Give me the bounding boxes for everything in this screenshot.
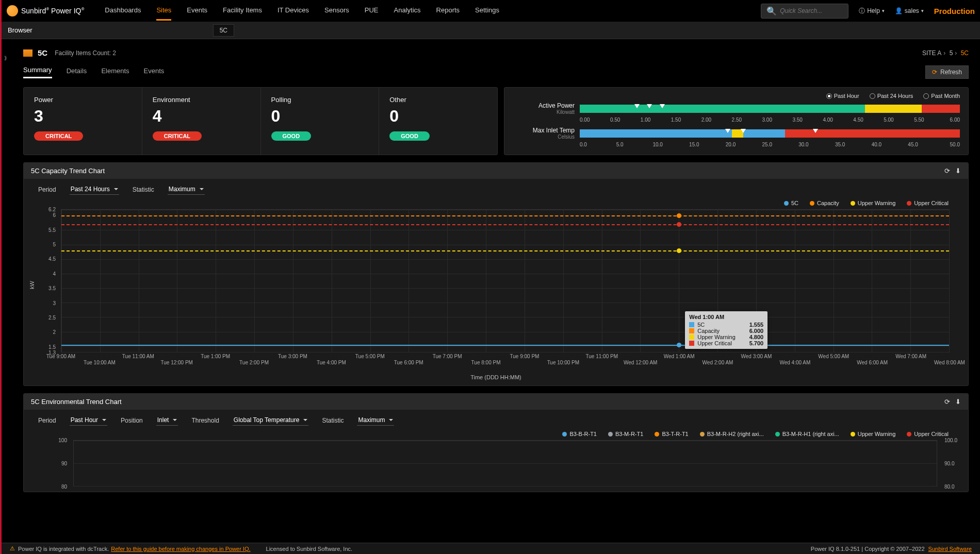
ctrl-statistic-select[interactable]: Maximum	[357, 415, 394, 426]
legend-dot-icon	[608, 432, 613, 437]
chart-refresh-icon[interactable]: ⟳	[944, 398, 950, 406]
ctrl-statistic-select[interactable]: Maximum	[168, 184, 205, 195]
nav-sites[interactable]: Sites	[156, 1, 171, 21]
hover-point	[677, 213, 681, 218]
card-other[interactable]: Other0GOOD	[379, 88, 497, 155]
tab-summary[interactable]: Summary	[23, 66, 52, 78]
footer-guide-link[interactable]: Refer to this guide before making change…	[111, 546, 250, 552]
legend-b3-m-r-t1[interactable]: B3-M-R-T1	[608, 431, 643, 437]
chart-refresh-icon[interactable]: ⟳	[944, 167, 950, 175]
chart-download-icon[interactable]: ⬇	[955, 167, 961, 175]
legend-upper-warning[interactable]: Upper Warning	[851, 431, 896, 437]
refresh-button[interactable]: ⟳ Refresh	[925, 65, 969, 79]
env-badge: Production	[934, 7, 975, 15]
chart-body[interactable]: kW 1.31.522.533.544.555.566.2 Wed 1:00 A…	[61, 209, 950, 369]
legend-upper-critical[interactable]: Upper Critical	[907, 431, 949, 437]
breadcrumb[interactable]: SITE A› 5› 5C	[922, 49, 969, 57]
y-axis-label: kW	[29, 281, 35, 289]
gauge-label: Active Power	[513, 102, 575, 109]
y-axis-left: 1009080	[48, 440, 69, 486]
legend-upper-critical[interactable]: Upper Critical	[907, 200, 949, 206]
facility-count: Facility Items Count: 2	[55, 49, 116, 57]
legend-dot-icon	[775, 432, 780, 437]
card-power[interactable]: Power3CRITICAL	[24, 88, 142, 155]
card-environment[interactable]: Environment4CRITICAL	[142, 88, 261, 155]
gauge-marker	[813, 129, 818, 133]
hover-point	[677, 248, 681, 253]
legend-b3-m-r-h2-right-axi-[interactable]: B3-M-R-H2 (right axi...	[700, 431, 764, 437]
legend-upper-warning[interactable]: Upper Warning	[851, 200, 896, 206]
legend-capacity[interactable]: Capacity	[810, 200, 839, 206]
ctrl-period-select[interactable]: Past 24 Hours	[70, 184, 119, 195]
gauge-unit: Celsius	[513, 134, 575, 140]
ctrl-period-select[interactable]: Past Hour	[70, 415, 107, 426]
chart-legend: 5CCapacityUpper WarningUpper Critical	[24, 197, 968, 209]
chart-download-icon[interactable]: ⬇	[955, 398, 961, 406]
threshold-upper_critical	[61, 224, 949, 225]
ctrl-label-period: Period	[38, 417, 56, 424]
nav-sensors[interactable]: Sensors	[324, 1, 349, 21]
ctrl-label-statistic: Statistic	[322, 417, 344, 424]
footer-vendor-link[interactable]: Sunbird Software	[928, 546, 972, 552]
hover-point	[677, 222, 681, 227]
y-axis-right: 100.090.080.0	[942, 440, 963, 486]
nav-events[interactable]: Events	[187, 1, 207, 21]
nav-facility-items[interactable]: Facility Items	[223, 1, 262, 21]
room-icon	[23, 49, 32, 57]
card-polling[interactable]: Polling0GOOD	[261, 88, 380, 155]
gauge-max-inlet-temp: Max Inlet Temp Celsius	[513, 127, 960, 140]
card-title: Environment	[153, 96, 250, 104]
nav-settings[interactable]: Settings	[475, 1, 499, 21]
help-icon: ⓘ	[859, 7, 865, 15]
page-header: 5C Facility Items Count: 2 SITE A› 5› 5C	[23, 44, 969, 61]
ctrl-threshold-select[interactable]: Global Top Temperature	[233, 415, 309, 426]
plot-area[interactable]: Wed 1:00 AM5C1.555Capacity6.000Upper War…	[61, 209, 950, 352]
tab-details[interactable]: Details	[67, 67, 87, 78]
legend-b3-t-r-t1[interactable]: B3-T-R-T1	[655, 431, 688, 437]
brand: Sunbird® Power IQ®	[7, 5, 84, 16]
nav-pue[interactable]: PUE	[365, 1, 379, 21]
quick-search[interactable]: 🔍	[761, 4, 848, 19]
nav-reports[interactable]: Reports	[436, 1, 460, 21]
search-input[interactable]	[780, 7, 843, 14]
timerange-past-24-hours[interactable]: Past 24 Hours	[870, 93, 913, 99]
series-5c	[61, 345, 949, 346]
gauge-axis: 0.000.501.001.502.002.503.003.504.004.50…	[580, 117, 960, 123]
page-tabs: SummaryDetailsElementsEvents ⟳ Refresh	[23, 61, 969, 83]
footer: ⚠ Power IQ is integrated with dcTrack. R…	[2, 543, 980, 554]
status-cards: Power3CRITICALEnvironment4CRITICALPollin…	[23, 87, 498, 155]
nav-items: DashboardsSitesEventsFacility ItemsIT De…	[105, 1, 499, 21]
threshold-upper_warning	[61, 250, 949, 251]
search-icon: 🔍	[766, 6, 777, 16]
gauge-label: Max Inlet Temp	[513, 127, 575, 134]
tab-events[interactable]: Events	[144, 67, 165, 78]
tab-elements[interactable]: Elements	[101, 67, 129, 78]
ctrl-label-position: Position	[121, 417, 143, 424]
nav-dashboards[interactable]: Dashboards	[105, 1, 141, 21]
sidebar-expand-icon[interactable]: ⟫	[3, 53, 8, 63]
timerange-past-hour[interactable]: Past Hour	[826, 93, 859, 99]
open-tab-5c[interactable]: 5C	[213, 24, 234, 37]
legend-5c[interactable]: 5C	[784, 200, 798, 206]
legend-b3-b-r-t1[interactable]: B3-B-R-T1	[562, 431, 597, 437]
legend-b3-m-r-h1-right-axi-[interactable]: B3-M-R-H1 (right axi...	[775, 431, 839, 437]
ctrl-label-statistic: Statistic	[133, 186, 154, 193]
threshold-capacity	[61, 215, 949, 216]
gauge-bar[interactable]	[580, 105, 960, 113]
chart-title: 5C Environmental Trend Chart	[31, 398, 122, 406]
legend-dot-icon	[851, 432, 855, 437]
radio-icon	[923, 93, 929, 99]
timerange-past-month[interactable]: Past Month	[923, 93, 960, 99]
user-menu[interactable]: 👤 sales▾	[895, 7, 924, 14]
top-nav: Sunbird® Power IQ® DashboardsSitesEvents…	[2, 0, 980, 22]
help-menu[interactable]: ⓘ Help▾	[859, 7, 885, 15]
nav-it-devices[interactable]: IT Devices	[277, 1, 309, 21]
chart-body[interactable]: 1009080 100.090.080.0	[73, 440, 937, 486]
legend-dot-icon	[700, 432, 705, 437]
nav-analytics[interactable]: Analytics	[394, 1, 421, 21]
x-axis-label: Time (DDD HH:MM)	[24, 374, 968, 385]
plot-area[interactable]	[73, 440, 937, 486]
footer-version: Power IQ 8.1.0-251 | Copyright © 2007–20…	[811, 546, 925, 552]
ctrl-position-select[interactable]: Inlet	[156, 415, 178, 426]
gauge-bar[interactable]	[580, 129, 960, 138]
